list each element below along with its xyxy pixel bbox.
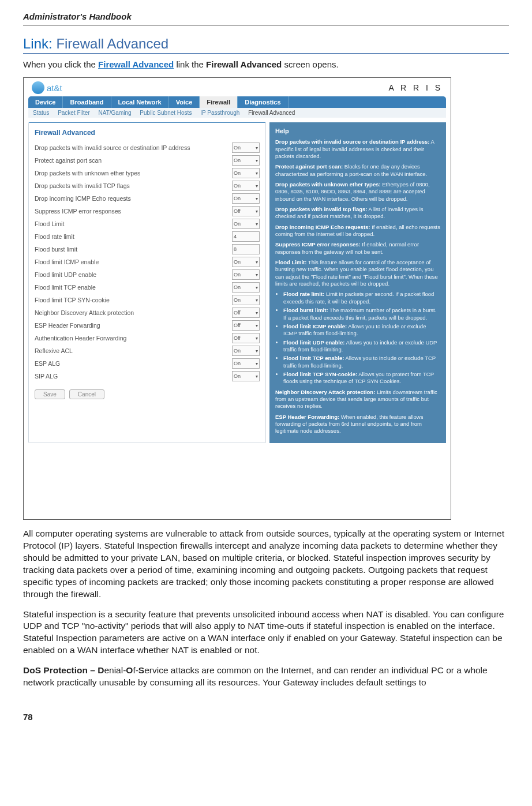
tab-voice[interactable]: Voice xyxy=(169,96,200,108)
option-label: Reflexive ACL xyxy=(35,347,73,354)
option-row: ESP Header ForwardingOff▾ xyxy=(35,320,260,331)
option-select[interactable]: On▾ xyxy=(232,358,260,369)
chevron-down-icon: ▾ xyxy=(256,323,258,328)
help-li2: Flood burst limit: The maximum number of… xyxy=(283,307,440,321)
option-label: Flood burst limit xyxy=(35,246,77,253)
option-row: Neighbor Discovery Attack protectionOff▾ xyxy=(35,308,260,318)
help-p7: Flood Limit: This feature allows for con… xyxy=(275,259,440,287)
option-select[interactable]: Off▾ xyxy=(232,333,260,343)
option-label: ESP Header Forwarding xyxy=(35,322,100,329)
help-list: Flood rate limit: Limit in packets per s… xyxy=(283,291,440,385)
option-select[interactable]: Off▾ xyxy=(232,320,260,331)
option-select[interactable]: On▾ xyxy=(232,295,260,305)
help-title: Help xyxy=(275,127,440,135)
option-row: SIP ALGOn▾ xyxy=(35,371,260,381)
option-label: Drop packets with invalid TCP flags xyxy=(35,182,130,189)
chevron-down-icon: ▾ xyxy=(256,222,258,227)
paragraph-1: All computer operating systems are vulne… xyxy=(23,528,509,601)
option-row: Drop packets with invalid source or dest… xyxy=(35,143,260,153)
tab-local-network[interactable]: Local Network xyxy=(111,96,169,108)
tab-device[interactable]: Device xyxy=(28,96,63,108)
arris-logo: A R R I S xyxy=(388,83,443,92)
option-row: Protect against port scanOn▾ xyxy=(35,155,260,166)
att-globe-icon xyxy=(32,81,44,94)
subtab-public-subnet[interactable]: Public Subnet Hosts xyxy=(140,110,192,116)
embedded-screenshot: at&t A R R I S Device Broadband Local Ne… xyxy=(23,77,451,520)
option-row: Authentication Header ForwardingOff▾ xyxy=(35,333,260,343)
option-input[interactable]: 4 xyxy=(232,231,260,242)
header-rule xyxy=(23,25,509,25)
cancel-button[interactable]: Cancel xyxy=(69,389,104,399)
chevron-down-icon: ▾ xyxy=(256,348,258,354)
option-row: Flood limit TCP SYN-cookieOn▾ xyxy=(35,295,260,305)
chevron-down-icon: ▾ xyxy=(256,209,258,214)
chevron-down-icon: ▾ xyxy=(256,298,258,303)
option-row: ESP ALGOn▾ xyxy=(35,358,260,369)
subtab-firewall-advanced[interactable]: Firewall Advanced xyxy=(248,110,295,116)
option-label: Flood rate limit xyxy=(35,233,74,240)
chevron-down-icon: ▾ xyxy=(256,285,258,290)
help-p1: Drop packets with invalid source or dest… xyxy=(275,138,440,160)
intro-bold: Firewall Advanced xyxy=(206,59,282,69)
subtab-status[interactable]: Status xyxy=(33,110,49,116)
paragraph-2: Stateful inspection is a security featur… xyxy=(23,609,509,657)
help-li1: Flood rate limit: Limit in packets per s… xyxy=(283,291,440,305)
chevron-down-icon: ▾ xyxy=(256,158,258,163)
firewall-panel: Firewall Advanced Drop packets with inva… xyxy=(28,122,266,443)
option-label: Flood limit ICMP enable xyxy=(35,258,99,265)
option-input[interactable]: 8 xyxy=(232,244,260,254)
option-select[interactable]: On▾ xyxy=(232,371,260,381)
intro-link[interactable]: Firewall Advanced xyxy=(98,59,174,69)
help-p4: Drop packets with invalid tcp flags: A l… xyxy=(275,206,440,220)
tab-broadband[interactable]: Broadband xyxy=(63,96,111,108)
option-select[interactable]: On▾ xyxy=(232,282,260,293)
chevron-down-icon: ▾ xyxy=(256,183,258,189)
option-select[interactable]: On▾ xyxy=(232,155,260,166)
option-label: Drop packets with unknown ether types xyxy=(35,170,140,177)
option-select[interactable]: On▾ xyxy=(232,257,260,267)
chevron-down-icon: ▾ xyxy=(256,336,258,341)
chevron-down-icon: ▾ xyxy=(256,361,258,366)
help-li4: Flood limit UDP enable: Allows you to in… xyxy=(283,339,440,354)
section-name: Firewall Advanced xyxy=(56,36,168,51)
att-logo: at&t xyxy=(32,81,62,94)
intro-mid: link the xyxy=(176,59,206,69)
option-row: Flood rate limit4 xyxy=(35,231,260,242)
option-label: Flood limit UDP enable xyxy=(35,271,96,278)
tab-firewall[interactable]: Firewall xyxy=(200,96,238,108)
option-row: Flood LimitOn▾ xyxy=(35,219,260,229)
option-label: SIP ALG xyxy=(35,373,58,380)
intro-post: screen opens. xyxy=(284,59,338,69)
help-p8: Neighbor Discovery Attack protection: Li… xyxy=(275,389,440,410)
subtab-ip-passthrough[interactable]: IP Passthrough xyxy=(200,110,239,116)
chevron-down-icon: ▾ xyxy=(256,374,258,379)
save-button[interactable]: Save xyxy=(35,389,65,399)
help-panel: Help Drop packets with invalid source or… xyxy=(269,122,446,443)
option-label: Drop incoming ICMP Echo requests xyxy=(35,195,131,202)
option-select[interactable]: On▾ xyxy=(232,181,260,191)
chevron-down-icon: ▾ xyxy=(256,310,258,316)
help-li6: Flood limit TCP SYN-cookie: Allows you t… xyxy=(283,371,440,385)
option-label: Authentication Header Forwarding xyxy=(35,335,126,342)
subtab-packet-filter[interactable]: Packet Filter xyxy=(58,110,90,116)
help-p2: Protect against port scan: Blocks for on… xyxy=(275,163,440,178)
section-link-label: Link: xyxy=(23,36,53,51)
option-row: Flood burst limit8 xyxy=(35,244,260,254)
option-select[interactable]: Off▾ xyxy=(232,308,260,318)
att-text: at&t xyxy=(47,83,62,93)
option-select[interactable]: On▾ xyxy=(232,219,260,229)
option-label: Flood limit TCP SYN-cookie xyxy=(35,297,110,303)
help-p6: Suppress ICMP error responses: If enable… xyxy=(275,241,440,256)
option-select[interactable]: On▾ xyxy=(232,143,260,153)
section-title: Link: Firewall Advanced xyxy=(23,36,509,54)
tab-diagnostics[interactable]: Diagnostics xyxy=(238,96,288,108)
option-select[interactable]: Off▾ xyxy=(232,206,260,216)
option-select[interactable]: On▾ xyxy=(232,168,260,178)
option-select[interactable]: On▾ xyxy=(232,269,260,280)
option-select[interactable]: On▾ xyxy=(232,193,260,204)
option-label: Protect against port scan xyxy=(35,157,102,164)
subtab-nat-gaming[interactable]: NAT/Gaming xyxy=(99,110,132,116)
option-row: Drop incoming ICMP Echo requestsOn▾ xyxy=(35,193,260,204)
option-select[interactable]: On▾ xyxy=(232,346,260,356)
option-row: Flood limit UDP enableOn▾ xyxy=(35,269,260,280)
